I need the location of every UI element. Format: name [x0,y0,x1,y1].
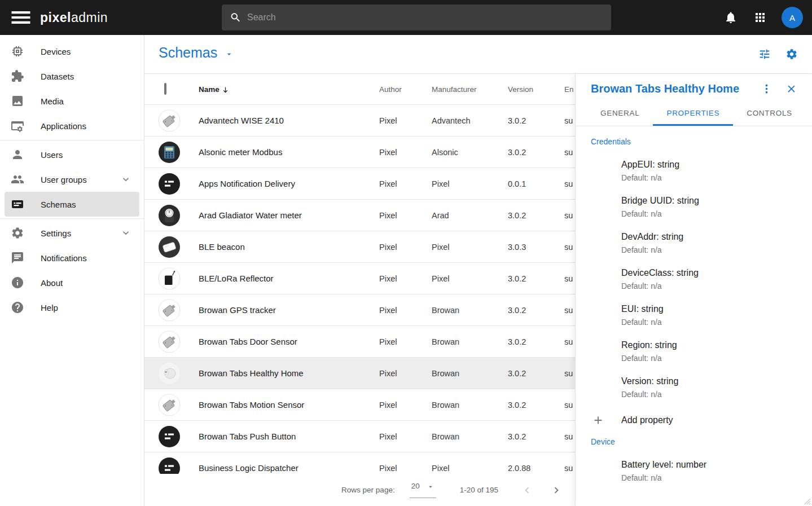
property-label: Version: string [621,376,812,386]
table-row[interactable]: Apps Notification Delivery Pixel Pixel 0… [144,168,621,200]
sensor-device-icon [158,109,181,132]
cell-name: Arad Gladiator Water meter [199,210,379,220]
cell-name: Browan GPS tracker [199,305,379,315]
paginator: Rows per page: 20 1-20 of 195 [144,474,575,506]
table-row[interactable]: Alsonic meter Modbus Pixel Alsonic 3.0.2… [144,137,621,168]
panel-tabs: GENERALPROPERTIESCONTROLSFRAGMENTS [576,100,812,126]
previous-page-chevron-icon[interactable] [521,484,533,496]
sidebar-item-settings[interactable]: Settings [5,221,139,245]
property-item[interactable]: Battery level: number Default: n/a [621,460,812,482]
sidebar-item-applications[interactable]: Applications [5,113,139,138]
property-label: Region: string [621,340,812,350]
page-title-dropdown[interactable]: Schemas [159,45,234,61]
tab-controls[interactable]: CONTROLS [733,100,806,126]
sidebar-item-schemas[interactable]: Schemas [5,192,139,217]
add-property-button[interactable]: Add property [592,414,812,426]
cell-author: Pixel [379,306,432,315]
image-icon [11,94,24,108]
avatar[interactable]: A [782,7,803,28]
sort-descending-icon [221,86,230,94]
cell-version: 3.0.2 [508,432,564,441]
sidebar-item-label: About [41,278,63,288]
notifications-bell-icon[interactable] [724,11,738,24]
cell-manufacturer: Arad [432,211,508,220]
table-row[interactable]: Browan Tabs Push Button Pixel Browan 3.0… [144,421,621,452]
property-label: DeviceClass: string [621,268,812,278]
table-row[interactable]: Browan Tabs Healthy Home Pixel Browan 3.… [144,358,621,389]
sidebar-item-media[interactable]: Media [5,89,139,113]
sensor-device-icon [158,331,181,353]
cell-version: 2.0.88 [508,464,564,473]
rows-per-page-select[interactable]: 20 [410,482,436,498]
rows-per-page-label: Rows per page: [341,486,395,494]
property-default: Default: n/a [621,318,812,327]
box-antenna-icon [158,267,181,290]
cell-author: Pixel [379,179,432,188]
cell-name: Advantech WISE 2410 [199,116,379,125]
sidebar-item-notifications[interactable]: Notifications [5,245,139,270]
sidebar-item-users[interactable]: Users [5,142,139,167]
sidebar-item-devices[interactable]: Devices [5,39,139,64]
sidebar-item-label: User groups [41,175,87,184]
tab-general[interactable]: GENERAL [587,100,653,126]
table-row[interactable]: BLE beacon Pixel Pixel 3.0.3 su [144,231,621,263]
panel-body: Credentials AppEUI: string Default: n/a … [576,126,812,492]
select-all-checkbox[interactable] [164,83,166,95]
table-row[interactable]: Browan Tabs Motion Sensor Pixel Browan 3… [144,389,621,421]
property-item[interactable]: Region: string Default: n/a [621,340,812,363]
table-row[interactable]: Advantech WISE 2410 Pixel Advantech 3.0.… [144,105,621,137]
column-header-author[interactable]: Author [379,85,432,94]
table-row[interactable]: Browan GPS tracker Pixel Browan 3.0.2 su [144,294,621,326]
cell-manufacturer: Browan [432,369,508,378]
schema-badge-icon [158,173,181,195]
column-header-name[interactable]: Name [199,85,379,94]
cell-manufacturer: Pixel [432,274,508,283]
sidebar-item-label: Devices [41,47,71,56]
sidebar-item-label: Applications [41,121,86,131]
apps-grid-icon[interactable] [753,11,767,24]
keypad-meter-icon [158,141,181,164]
property-default: Default: n/a [621,473,812,482]
table-row[interactable]: BLE/LoRa Reflector Pixel Pixel 3.0.2 su [144,263,621,294]
next-page-chevron-icon[interactable] [550,484,563,496]
info-icon [11,276,24,289]
hamburger-menu-icon[interactable] [8,5,33,30]
search-input[interactable] [247,12,603,23]
table-row[interactable]: Browan Tabs Door Sensor Pixel Browan 3.0… [144,326,621,358]
cell-author: Pixel [379,243,432,252]
table-row[interactable]: Arad Gladiator Water meter Pixel Arad 3.… [144,200,621,231]
property-item[interactable]: DevAddr: string Default: n/a [621,232,812,254]
resize-grip[interactable] [802,496,811,505]
kebab-menu-icon[interactable] [761,83,773,95]
table-header-row: Name Author Manufacturer Version En [144,74,621,105]
cell-name: Business Logic Dispatcher [199,463,379,473]
property-item[interactable]: EUI: string Default: n/a [621,304,812,327]
cell-version: 3.0.3 [508,243,564,252]
sidebar-item-help[interactable]: Help [5,295,139,320]
close-icon[interactable] [785,83,797,95]
property-item[interactable]: Version: string Default: n/a [621,376,812,399]
sidebar-item-user-groups[interactable]: User groups [5,167,139,192]
cell-author: Pixel [379,211,432,220]
cell-author: Pixel [379,337,432,346]
property-item[interactable]: DeviceClass: string Default: n/a [621,268,812,291]
column-header-version[interactable]: Version [508,85,564,94]
app-logo: pixeladmin [40,10,108,25]
tab-fragments[interactable]: FRAGMENTS [806,100,812,126]
sidebar-item-datasets[interactable]: Datasets [5,64,139,89]
filter-tune-icon[interactable] [758,48,771,60]
cell-name: Browan Tabs Healthy Home [199,368,379,378]
column-header-manufacturer[interactable]: Manufacturer [432,85,508,94]
property-item[interactable]: AppEUI: string Default: n/a [621,160,812,182]
sidebar-item-label: Settings [41,228,71,238]
panel-title: Browan Tabs Healthy Home [591,82,739,95]
sidebar-item-about[interactable]: About [5,270,139,295]
page-title: Schemas [159,45,217,61]
tab-properties[interactable]: PROPERTIES [653,100,733,126]
cell-version: 0.0.1 [508,179,564,188]
property-item[interactable]: Bridge UUID: string Default: n/a [621,196,812,218]
property-label: EUI: string [621,304,812,314]
table-settings-gear-icon[interactable] [785,48,798,60]
cell-name: Browan Tabs Motion Sensor [199,400,379,410]
beacon-tile-icon [158,236,181,258]
